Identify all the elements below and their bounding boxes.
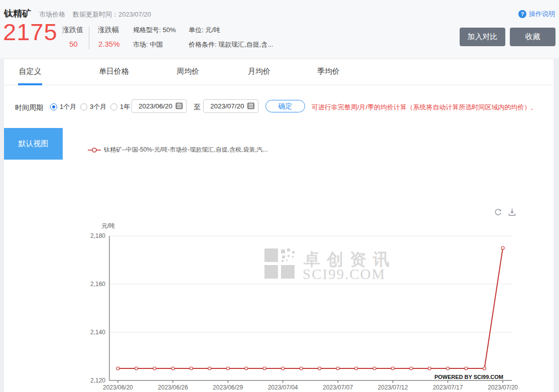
to-label: 至: [194, 103, 201, 112]
active-tab-underline: [18, 83, 42, 85]
spec-label: 规格型号:: [133, 26, 161, 34]
svg-text:2023/07/07: 2023/07/07: [323, 384, 353, 391]
svg-text:2023/07/12: 2023/07/12: [378, 384, 408, 391]
tab-monthly-avg[interactable]: 月均价: [248, 67, 270, 76]
tab-weekly-avg[interactable]: 周均价: [177, 67, 199, 76]
radio-3months[interactable]: 3个月: [80, 102, 106, 111]
svg-text:2,140: 2,140: [90, 329, 105, 336]
update-time-value: 2023/07/20: [118, 11, 151, 18]
condition-label: 价格条件:: [189, 41, 217, 48]
help-link[interactable]: ? 操作说明: [518, 10, 555, 19]
market-value: 中国: [150, 41, 163, 48]
svg-text:POWERED BY SCI99.COM: POWERED BY SCI99.COM: [435, 374, 503, 380]
confirm-button[interactable]: 确定: [265, 100, 305, 112]
radio-unselected-icon: [110, 103, 117, 110]
divider: [89, 26, 89, 49]
market-label: 市场:: [133, 41, 148, 48]
unit-field: 单位: 元/吨: [189, 26, 220, 35]
market-field: 市场: 中国: [133, 40, 163, 49]
help-label: 操作说明: [529, 10, 555, 19]
default-view-button[interactable]: 默认视图: [4, 128, 63, 160]
legend-label: 钛精矿--中国-50%-元/吨-市场价-现款现汇,自提,含税,袋装,汽...: [104, 146, 268, 154]
spec-value: 50%: [163, 26, 176, 34]
question-circle-icon: ?: [518, 10, 526, 18]
svg-text:2023/07/20: 2023/07/20: [488, 384, 518, 391]
radio-selected-icon: [50, 103, 57, 110]
radio-unselected-icon: [80, 103, 87, 110]
tab-custom[interactable]: 自定义: [18, 67, 42, 76]
svg-text:2023/06/26: 2023/06/26: [158, 384, 188, 391]
current-price: 2175: [3, 18, 58, 46]
svg-text:2023/07/17: 2023/07/17: [433, 384, 463, 391]
radio-1year[interactable]: 1年: [110, 102, 130, 111]
calendar-icon[interactable]: [247, 102, 254, 109]
condition-field: 价格条件: 现款现汇,自提,含...: [189, 40, 273, 49]
spec-field: 规格型号: 50%: [133, 26, 176, 35]
change-value: 50: [69, 40, 78, 48]
change-pct-label: 涨跌幅: [98, 26, 119, 35]
update-time: 数据更新时间：2023/07/20: [73, 10, 151, 19]
tab-daily-price[interactable]: 单日价格: [99, 67, 129, 76]
svg-text:2023/07/04: 2023/07/04: [268, 384, 298, 391]
condition-value: 现款现汇,自提,含...: [218, 41, 273, 48]
update-time-label: 数据更新时间：: [73, 11, 118, 18]
download-icon[interactable]: [508, 208, 516, 216]
svg-text:2,180: 2,180: [90, 232, 105, 239]
svg-text:2023/06/20: 2023/06/20: [103, 384, 133, 391]
change-pct: 2.35%: [98, 40, 120, 48]
page-header: 钛精矿 市场价格 数据更新时间：2023/07/20 2175 涨跌值 50 涨…: [0, 0, 559, 58]
series-legend[interactable]: 钛精矿--中国-50%-元/吨-市场价-现款现汇,自提,含税,袋装,汽...: [88, 146, 268, 154]
svg-text:2023/06/29: 2023/06/29: [213, 384, 243, 391]
change-value-label: 涨跌值: [62, 26, 83, 35]
radio-1month-label: 1个月: [60, 102, 76, 111]
add-to-compare-button[interactable]: 加入对比: [460, 28, 505, 46]
radio-3months-label: 3个月: [90, 102, 106, 111]
tab-bar: 自定义 单日价格 周均价 月均价 季均价: [4, 59, 553, 85]
content-card: 自定义 单日价格 周均价 月均价 季均价 时间周期 1个月 3个月 1年 至 确…: [4, 59, 553, 392]
svg-text:2,160: 2,160: [90, 281, 105, 288]
radio-1month[interactable]: 1个月: [50, 102, 76, 111]
calendar-icon[interactable]: [176, 102, 183, 109]
unit-value: 元/吨: [205, 26, 220, 34]
period-label: 时间周期: [15, 103, 43, 112]
tab-quarterly-avg[interactable]: 季均价: [317, 67, 340, 76]
radio-1year-label: 1年: [120, 102, 130, 111]
favorite-button[interactable]: 收藏: [510, 28, 555, 46]
unit-label: 单位:: [189, 26, 204, 34]
svg-text:2,120: 2,120: [90, 377, 105, 384]
legend-line-marker-icon: [88, 148, 101, 153]
refresh-icon[interactable]: [494, 208, 502, 216]
average-price-hint: 可进行非完整周/月/季的均价计算（系统将自动计算所选时间区域内的均价）。: [312, 103, 537, 112]
price-line-chart: 2,1202,1402,1602,1802023/06/202023/06/26…: [74, 226, 521, 391]
